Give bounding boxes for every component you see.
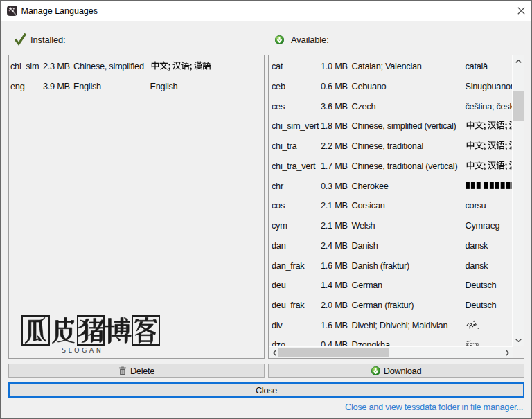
cell-native: dansk [466,240,488,250]
cell-name: Danish [352,240,378,250]
cell-name: Cebuano [352,80,387,91]
cell-size: 1.7 MB [321,160,348,170]
chevron-left-icon [273,350,276,356]
table-row[interactable]: div1.6 MBDivehi; Dhivehi; Maldivian [269,314,524,335]
cell-size: 1.4 MB [321,280,348,290]
cell-size: 0.3 MB [321,180,348,190]
cell-code: eng [10,80,24,91]
cell-size: 1.0 MB [321,61,348,71]
cell-name: Cherokee [352,180,389,190]
trash-icon [118,366,127,375]
installed-panel: chi_sim2.3 MBChinese, simplified eng3.9 … [8,55,265,359]
cell-size: 1.8 MB [321,121,348,131]
table-row[interactable]: eng3.9 MBEnglishEnglish [9,76,264,96]
cell-size: 2.0 MB [321,300,348,310]
available-list[interactable]: cat1.0 MBCatalan; Valenciancatalà ceb0.6… [269,55,524,358]
watermark-char [78,316,105,345]
table-row[interactable]: ces3.6 MBCzechčeština; český jazyk [269,96,524,116]
cell-size: 2.2 MB [321,141,348,151]
table-row[interactable]: chi_sim_vert1.8 MBChinese, simplified (v… [269,116,524,136]
cell-name: Danish (fraktur) [352,260,409,270]
cell-size: 2.4 MB [321,240,348,250]
vertical-scrollbar[interactable] [512,55,524,346]
cell-native: English [150,80,178,91]
manage-languages-dialog: Manage Languages Installed: Available: c… [0,0,532,419]
cell-name: English [73,80,101,91]
cell-size: 2.3 MB [43,61,70,71]
chevron-up-icon [515,60,522,63]
cell-native: corsu [466,200,486,211]
table-row[interactable]: cym2.1 MBWelshCymraeg [269,215,524,235]
cell-code: cos [272,200,285,211]
chevron-right-icon [506,350,509,356]
installed-list[interactable]: chi_sim2.3 MBChinese, simplified eng3.9 … [9,55,264,358]
cell-size: 2.1 MB [321,220,348,231]
scroll-right-button[interactable] [502,347,513,358]
available-header: Available: [291,34,329,46]
tessdata-folder-link[interactable]: Close and view tessdata folder in file m… [345,402,523,412]
watermark-slogan: SLOGAN [22,347,168,353]
window-titlebar[interactable]: Manage Languages [1,1,531,21]
table-row[interactable]: cat1.0 MBCatalan; Valenciancatalà [269,56,524,76]
close-button-label: Close [256,385,277,395]
table-row[interactable]: dan_frak1.6 MBDanish (fraktur)dansk [269,255,524,275]
watermark-char [50,316,77,345]
close-button[interactable]: Close [8,382,524,398]
cell-code: dan [272,240,285,250]
horizontal-scrollbar[interactable] [269,346,513,358]
table-row[interactable]: deu_frak2.0 MBGerman (fraktur)Deutsch [269,295,524,315]
table-row[interactable]: chi_tra2.2 MBChinese, traditional [269,136,524,156]
cell-code: chi_tra_vert [272,160,315,170]
table-row[interactable]: ceb0.6 MBCebuanoSinugbuanong Binisaya [269,76,524,96]
table-row[interactable]: cos2.1 MBCorsicancorsu [269,195,524,215]
cell-size: 2.1 MB [321,200,348,211]
close-icon [517,7,525,15]
scroll-down-button[interactable] [513,335,524,346]
cell-name: Welsh [352,220,375,231]
cell-name: Chinese, traditional [352,141,424,151]
cell-native: Deutsch [466,280,497,290]
chevron-down-icon [515,339,522,342]
cell-code: cat [272,61,283,71]
close-window-button[interactable] [513,1,530,21]
cell-code: chr [272,180,283,190]
cell-code: ces [272,100,285,111]
table-row[interactable]: chr0.3 MBCherokee [269,175,524,195]
cell-code: chi_sim [10,61,39,71]
table-row[interactable]: dan2.4 MBDanishdansk [269,235,524,256]
cell-size: 1.6 MB [321,319,348,330]
cell-code: cym [272,220,287,231]
window-title: Manage Languages [21,1,98,21]
download-button[interactable]: Download [268,364,524,378]
watermark-chars [22,316,168,345]
watermark-line-left [26,350,57,350]
cell-code: deu_frak [272,300,304,310]
cell-native: Cymraeg [466,220,500,231]
watermark-slogan-text: SLOGAN [57,346,105,354]
cell-name: Chinese, traditional (vertical) [352,160,458,170]
vertical-scroll-thumb[interactable] [513,91,524,121]
watermark-char [22,316,49,345]
download-button-label: Download [384,366,422,376]
download-icon [371,366,380,375]
table-row[interactable]: chi_sim2.3 MBChinese, simplified [9,56,264,76]
available-panel: cat1.0 MBCatalan; Valenciancatalà ceb0.6… [268,55,524,359]
cell-native: dansk [466,260,488,270]
cell-code: div [272,319,282,330]
watermark-line-right [105,350,168,350]
app-icon [7,6,17,16]
delete-button[interactable]: Delete [8,364,265,378]
horizontal-scroll-thumb[interactable] [278,348,389,357]
cell-size: 1.6 MB [321,260,348,270]
table-row[interactable]: deu1.4 MBGermanDeutsch [269,275,524,295]
cell-native: Deutsch [466,300,497,310]
cell-size: 3.6 MB [321,100,348,111]
cell-name: Chinese, simplified (vertical) [352,121,456,131]
scroll-up-button[interactable] [513,55,524,67]
cell-name: Czech [352,100,376,111]
cell-name: German [352,280,382,290]
cell-code: chi_tra [272,141,296,151]
cell-native: català [466,61,488,71]
table-row[interactable]: chi_tra_vert1.7 MBChinese, traditional (… [269,156,524,176]
installed-header: Installed: [30,34,66,46]
